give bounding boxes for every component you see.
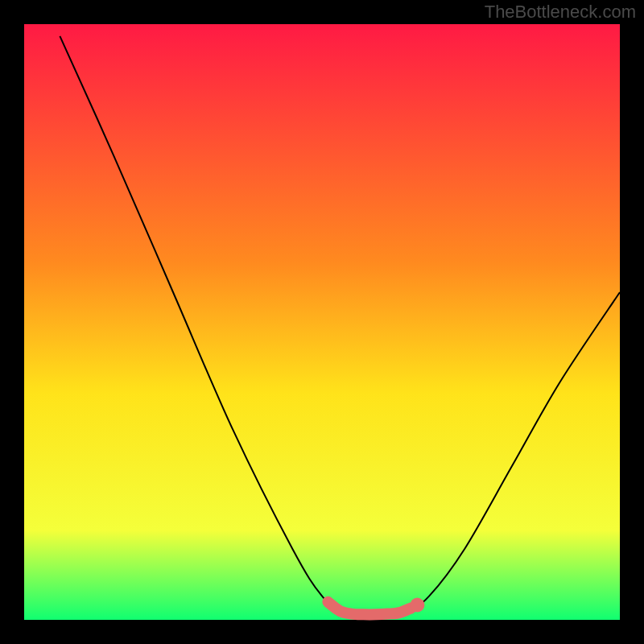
plot-area (24, 24, 620, 620)
marker-dot (410, 598, 424, 613)
bottleneck-chart: TheBottleneck.com (0, 0, 644, 644)
attribution-label: TheBottleneck.com (485, 2, 636, 22)
